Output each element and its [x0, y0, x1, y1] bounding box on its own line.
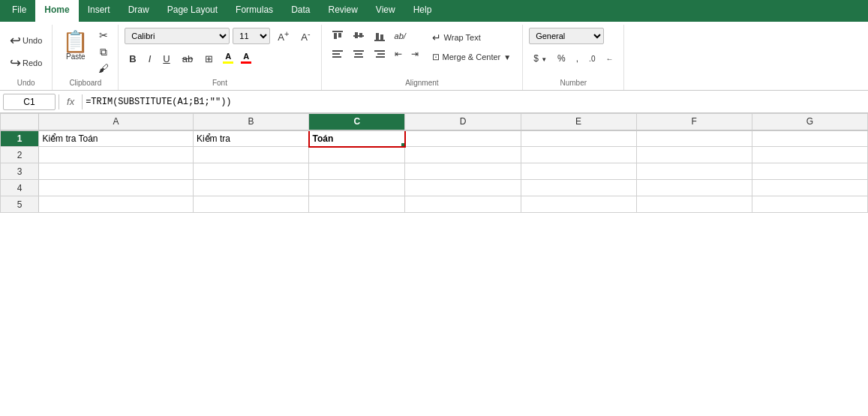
cell-F3[interactable]	[636, 163, 752, 180]
tab-formulas[interactable]: Formulas	[227, 0, 282, 22]
cell-G1[interactable]	[752, 130, 867, 147]
cell-D2[interactable]	[405, 147, 521, 163]
cell-G5[interactable]	[752, 196, 867, 213]
cell-F1[interactable]	[636, 130, 752, 147]
align-right-button[interactable]	[370, 46, 389, 62]
cell-B3[interactable]	[193, 163, 308, 180]
col-header-F[interactable]: F	[636, 114, 752, 130]
tab-home[interactable]: Home	[35, 0, 78, 22]
align-middle-button[interactable]	[349, 28, 368, 44]
number-format-select[interactable]: General	[529, 28, 604, 44]
cell-G2[interactable]	[752, 147, 867, 163]
cell-C5[interactable]	[309, 196, 405, 213]
svg-rect-4	[355, 32, 358, 38]
fx-label: fx	[67, 96, 74, 107]
font-family-select[interactable]: Calibri	[125, 28, 230, 44]
merge-center-button[interactable]: ⊡ Merge & Center ▼	[427, 49, 517, 65]
col-header-A[interactable]: A	[39, 114, 194, 130]
align-top-button[interactable]	[328, 28, 347, 44]
paste-button[interactable]: 📋 Paste	[59, 28, 92, 64]
cell-E5[interactable]	[521, 196, 636, 213]
col-header-G[interactable]: G	[752, 114, 867, 130]
tab-insert[interactable]: Insert	[79, 0, 119, 22]
wrap-text-button[interactable]: ↵ Wrap Text	[427, 29, 517, 46]
decrease-decimal-button[interactable]: ←	[601, 50, 617, 67]
merge-center-label: Merge & Center	[443, 52, 501, 61]
indent-decrease-button[interactable]: ⇤	[391, 46, 406, 62]
cell-E2[interactable]	[521, 147, 636, 163]
cell-E1[interactable]	[521, 130, 636, 147]
svg-rect-12	[353, 50, 364, 52]
cell-D1[interactable]	[405, 130, 521, 147]
redo-button[interactable]: ↪ Redo	[6, 52, 46, 73]
align-left-button[interactable]	[328, 46, 347, 62]
tab-page-layout[interactable]: Page Layout	[158, 0, 227, 22]
comma-button[interactable]: ,	[572, 50, 583, 67]
cell-A4[interactable]	[39, 180, 194, 196]
cell-C2[interactable]	[309, 147, 405, 163]
italic-button[interactable]: I	[144, 50, 156, 67]
decrease-font-button[interactable]: A-	[296, 28, 314, 44]
cell-C4[interactable]	[309, 180, 405, 196]
increase-font-button[interactable]: A+	[273, 28, 293, 44]
formula-input[interactable]	[86, 94, 865, 110]
cell-E4[interactable]	[521, 180, 636, 196]
font-color-button[interactable]: A	[239, 50, 254, 67]
cell-B5[interactable]	[193, 196, 308, 213]
tab-data[interactable]: Data	[282, 0, 319, 22]
fill-color-button[interactable]: A	[221, 50, 236, 67]
font-size-select[interactable]: 11	[233, 28, 270, 44]
svg-rect-11	[332, 56, 341, 58]
cell-F4[interactable]	[636, 180, 752, 196]
col-header-C[interactable]: C	[309, 114, 405, 130]
corner-header	[1, 114, 39, 130]
copy-button[interactable]: ⧉	[95, 44, 112, 59]
dollar-button[interactable]: $ ▼	[529, 50, 551, 67]
undo-button[interactable]: ↩ Undo	[6, 30, 46, 51]
align-bottom-icon	[374, 30, 386, 42]
cell-E3[interactable]	[521, 163, 636, 180]
svg-rect-14	[354, 56, 363, 58]
cell-C3[interactable]	[309, 163, 405, 180]
align-bottom-button[interactable]	[370, 28, 389, 44]
cell-B1[interactable]: Kiểm tra	[193, 130, 308, 147]
tab-help[interactable]: Help	[404, 0, 441, 22]
cell-G4[interactable]	[752, 180, 867, 196]
col-header-E[interactable]: E	[521, 114, 636, 130]
borders-button[interactable]: ⊞	[200, 50, 218, 67]
cell-F2[interactable]	[636, 147, 752, 163]
cell-C1[interactable]: Toán	[309, 130, 405, 147]
cell-D5[interactable]	[405, 196, 521, 213]
cell-G3[interactable]	[752, 163, 867, 180]
percent-button[interactable]: %	[553, 50, 570, 67]
col-header-D[interactable]: D	[405, 114, 521, 130]
tab-draw[interactable]: Draw	[119, 0, 158, 22]
increase-decimal-button[interactable]: .0	[584, 50, 599, 67]
font-color-bar	[241, 61, 251, 64]
bold-button[interactable]: B	[125, 50, 140, 67]
tab-file[interactable]: File	[3, 0, 35, 22]
cell-A2[interactable]	[39, 147, 194, 163]
indent-increase-button[interactable]: ⇥	[407, 46, 422, 62]
increase-font-icon: A+	[278, 31, 289, 43]
cell-D3[interactable]	[405, 163, 521, 180]
format-painter-button[interactable]: 🖌	[95, 61, 112, 76]
tab-view[interactable]: View	[367, 0, 404, 22]
align-center-button[interactable]	[349, 46, 368, 62]
underline-button[interactable]: U	[158, 50, 174, 67]
cut-button[interactable]: ✂	[95, 28, 112, 43]
tab-review[interactable]: Review	[319, 0, 366, 22]
cell-F5[interactable]	[636, 196, 752, 213]
cell-B4[interactable]	[193, 180, 308, 196]
ribbon-tabs-bar: File Home Insert Draw Page Layout Formul…	[0, 0, 868, 22]
cell-D4[interactable]	[405, 180, 521, 196]
cell-B2[interactable]	[193, 147, 308, 163]
orientation-button[interactable]: ab/	[391, 28, 410, 44]
cell-A1[interactable]: Kiểm tra Toán	[39, 130, 194, 147]
cell-reference-box[interactable]	[3, 94, 56, 110]
strikethrough-button[interactable]: ab	[178, 50, 197, 67]
cell-A3[interactable]	[39, 163, 194, 180]
cell-A5[interactable]	[39, 196, 194, 213]
col-header-B[interactable]: B	[193, 114, 308, 130]
redo-label: Redo	[23, 58, 42, 67]
